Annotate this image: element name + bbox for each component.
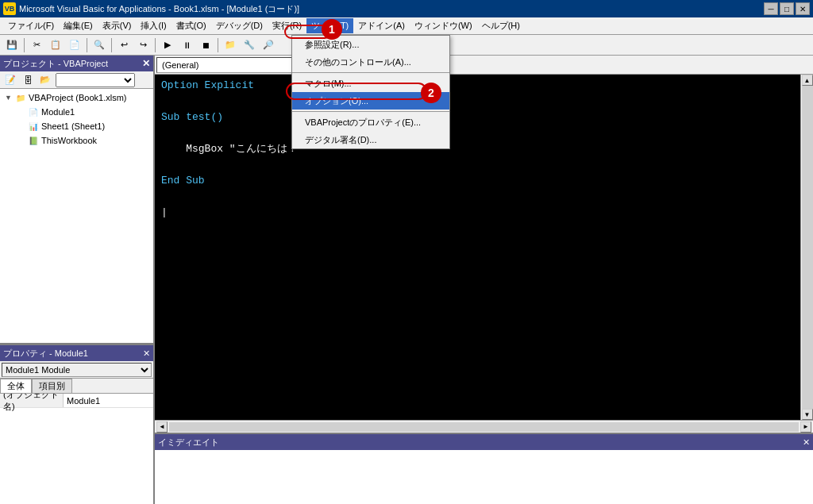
tree-label-module1: Module1 (41, 107, 75, 117)
minimize-button[interactable]: ─ (764, 2, 778, 15)
project-toggle-folders[interactable]: 📂 (37, 72, 54, 88)
code-editor[interactable]: Option Explicit Sub test() MsgBox "こんにちは… (155, 75, 800, 420)
tree-item-sheet1[interactable]: 📊 Sheet1 (Sheet1) (2, 119, 152, 133)
toolbar-find[interactable]: 🔍 (91, 37, 108, 53)
menu-bar: ファイル(F) 編集(E) 表示(V) 挿入(I) 書式(O) デバッグ(D) … (0, 17, 813, 35)
menu-addin[interactable]: アドイン(A) (353, 18, 410, 33)
props-val-name: Module1 (64, 396, 153, 406)
immediate-header-title: イミディエイト (158, 437, 219, 448)
project-view-object[interactable]: 🗄 (19, 72, 37, 88)
hscroll-track[interactable] (169, 422, 799, 432)
toolbar-separator-1 (24, 38, 25, 52)
props-object-dropdown[interactable]: Module1 Module (2, 363, 152, 377)
tree-arrow-vbaproject: ▼ (5, 94, 14, 102)
tree-label-vbaproject: VBAProject (Book1.xlsm) (29, 93, 126, 102)
menu-item-references[interactable]: 参照設定(R)... (292, 36, 449, 53)
project-panel: プロジェクト - VBAProject ✕ 📝 🗄 📂 ▼ 📁 VBAProje… (0, 56, 153, 345)
toolbar-stop[interactable]: ⏹ (197, 37, 214, 53)
code-line-1: Option Explicit (161, 78, 794, 94)
project-sort-dropdown[interactable] (56, 73, 135, 87)
scroll-right-button[interactable]: ► (800, 421, 811, 433)
code-line-cursor: | (161, 205, 794, 221)
code-line-2 (161, 94, 794, 110)
toolbar-save[interactable]: 💾 (3, 37, 21, 53)
immediate-content[interactable] (155, 450, 813, 504)
menu-edit[interactable]: 編集(E) (59, 18, 98, 33)
project-header: プロジェクト - VBAProject ✕ (0, 56, 153, 71)
tree-item-vbaproject[interactable]: ▼ 📁 VBAProject (Book1.xlsm) (2, 90, 152, 105)
tree-label-thisworkbook: ThisWorkbook (41, 136, 97, 145)
window-title: Microsoft Visual Basic for Applications … (19, 3, 764, 15)
toolbar-redo[interactable]: ↪ (134, 37, 152, 53)
scroll-up-button[interactable]: ▲ (802, 75, 813, 86)
toolbar-props[interactable]: 🔧 (241, 37, 258, 53)
tree-icon-thisworkbook: 📗 (27, 134, 40, 147)
menu-format[interactable]: 書式(O) (171, 18, 211, 33)
scroll-track[interactable] (802, 86, 813, 409)
tree-item-thisworkbook[interactable]: 📗 ThisWorkbook (2, 133, 152, 148)
menu-separator-1 (292, 72, 449, 73)
toolbar-separator-4 (155, 38, 156, 52)
app-icon: VB (3, 2, 16, 15)
props-tab-categorized[interactable]: 項目別 (32, 379, 72, 393)
annotation-1: 1 (322, 19, 342, 40)
immediate-close-button[interactable]: ✕ (803, 437, 810, 448)
code-toolbar: (General) test (155, 56, 813, 75)
toolbar-project[interactable]: 📁 (222, 37, 239, 53)
title-bar: VB Microsoft Visual Basic for Applicatio… (0, 0, 813, 17)
project-toolbar: 📝 🗄 📂 (0, 71, 153, 89)
project-view-code[interactable]: 📝 (2, 72, 19, 88)
code-line-7: End Sub (161, 173, 794, 189)
menu-window[interactable]: ウィンドウ(W) (410, 18, 477, 33)
menu-view[interactable]: 表示(V) (98, 18, 137, 33)
project-close-button[interactable]: ✕ (142, 58, 150, 69)
tree-icon-sheet1: 📊 (27, 120, 40, 133)
code-line-8 (161, 189, 794, 205)
right-panel: (General) test Option Explicit Sub test(… (155, 56, 813, 504)
menu-item-additional-controls[interactable]: その他のコントロール(A)... (292, 53, 449, 71)
immediate-panel: イミディエイト ✕ (155, 433, 813, 504)
code-line-6 (161, 157, 794, 173)
toolbar-copy[interactable]: 📋 (47, 37, 64, 53)
code-line-3: Sub test() (161, 110, 794, 125)
toolbar-cut[interactable]: ✂ (28, 37, 45, 53)
horizontal-scrollbar[interactable]: ◄ ► (155, 420, 813, 433)
props-header: プロパティ - Module1 ✕ (0, 345, 153, 361)
maximize-button[interactable]: □ (780, 2, 794, 15)
menu-help[interactable]: ヘルプ(H) (477, 18, 525, 33)
tree-item-module1[interactable]: 📄 Module1 (2, 105, 152, 119)
toolbar-run[interactable]: ▶ (159, 37, 176, 53)
toolbar-separator-5 (218, 38, 218, 52)
menu-file[interactable]: ファイル(F) (3, 18, 59, 33)
tree-icon-vbaproject: 📁 (14, 91, 27, 104)
toolbar-objectbrowser[interactable]: 🔎 (260, 37, 277, 53)
immediate-header: イミディエイト ✕ (155, 434, 813, 450)
props-header-title: プロパティ - Module1 (3, 348, 88, 360)
props-row-name: (オブジェクト名) Module1 (0, 394, 153, 408)
properties-panel: プロパティ - Module1 ✕ Module1 Module 全体 項目別 … (0, 345, 153, 504)
toolbar-paste[interactable]: 📄 (66, 37, 83, 53)
scroll-left-button[interactable]: ◄ (156, 421, 168, 433)
menu-debug[interactable]: デバッグ(D) (211, 18, 268, 33)
menu-separator-2 (292, 111, 449, 112)
menu-run[interactable]: 実行(R) (268, 18, 306, 33)
code-line-5: MsgBox "こんにちは！" (161, 141, 794, 157)
props-tabs: 全体 項目別 (0, 379, 153, 394)
annotation-2: 2 (421, 83, 441, 103)
menu-item-digital-signature[interactable]: デジタル署名(D)... (292, 131, 449, 148)
props-close-button[interactable]: ✕ (143, 348, 150, 359)
vertical-scrollbar[interactable]: ▲ ▼ (800, 75, 813, 420)
window-controls: ─ □ ✕ (764, 2, 810, 15)
toolbar-break[interactable]: ⏸ (178, 37, 195, 53)
code-line-4 (161, 125, 794, 141)
tree-label-sheet1: Sheet1 (Sheet1) (41, 121, 105, 131)
menu-item-vbaproject-properties[interactable]: VBAProjectのプロパティ(E)... (292, 113, 449, 131)
tree-icon-module1: 📄 (27, 106, 40, 118)
props-tab-all[interactable]: 全体 (0, 379, 32, 393)
code-area-wrap: Option Explicit Sub test() MsgBox "こんにちは… (155, 75, 813, 420)
toolbar-separator-2 (87, 38, 87, 52)
toolbar-undo[interactable]: ↩ (115, 37, 133, 53)
menu-insert[interactable]: 挿入(I) (136, 18, 171, 33)
scroll-down-button[interactable]: ▼ (802, 409, 813, 420)
close-button[interactable]: ✕ (796, 2, 810, 15)
